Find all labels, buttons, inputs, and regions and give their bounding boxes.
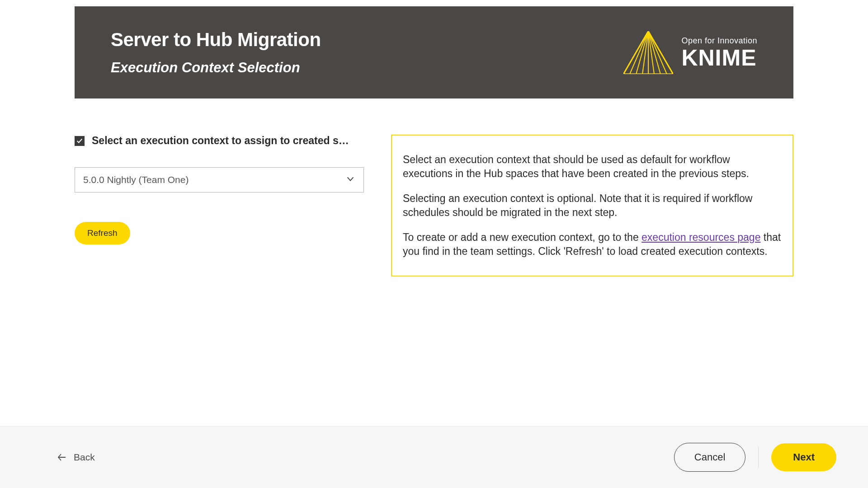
execution-context-select[interactable]: 5.0.0 Nightly (Team One): [75, 167, 364, 192]
select-value: 5.0.0 Nightly (Team One): [83, 174, 189, 185]
brand-logo: Open for Innovation KNIME: [623, 31, 757, 74]
knime-triangle-icon: [623, 31, 673, 74]
info-panel: Select an execution context that should …: [391, 135, 793, 277]
logo-tagline: Open for Innovation: [681, 36, 757, 46]
cancel-button[interactable]: Cancel: [674, 443, 745, 472]
chevron-down-icon: [345, 174, 355, 186]
back-label: Back: [74, 452, 95, 463]
arrow-left-icon: [57, 452, 67, 463]
logo-name: KNIME: [681, 47, 757, 69]
info-p3-prefix: To create or add a new execution context…: [403, 231, 642, 243]
assign-context-label: Select an execution context to assign to…: [92, 135, 354, 147]
footer-bar: Back Cancel Next: [0, 426, 868, 488]
page-subtitle: Execution Context Selection: [111, 60, 321, 76]
info-paragraph-3: To create or add a new execution context…: [403, 230, 782, 258]
header-banner: Server to Hub Migration Execution Contex…: [75, 6, 793, 99]
info-paragraph-2: Selecting an execution context is option…: [403, 192, 782, 220]
next-button[interactable]: Next: [771, 443, 836, 471]
assign-context-checkbox[interactable]: [75, 136, 85, 146]
refresh-button[interactable]: Refresh: [75, 222, 130, 244]
checkmark-icon: [76, 138, 83, 144]
back-button[interactable]: Back: [57, 452, 95, 463]
info-paragraph-1: Select an execution context that should …: [403, 153, 782, 181]
button-divider: [758, 447, 759, 468]
page-title: Server to Hub Migration: [111, 29, 321, 51]
execution-resources-link[interactable]: execution resources page: [642, 231, 760, 243]
